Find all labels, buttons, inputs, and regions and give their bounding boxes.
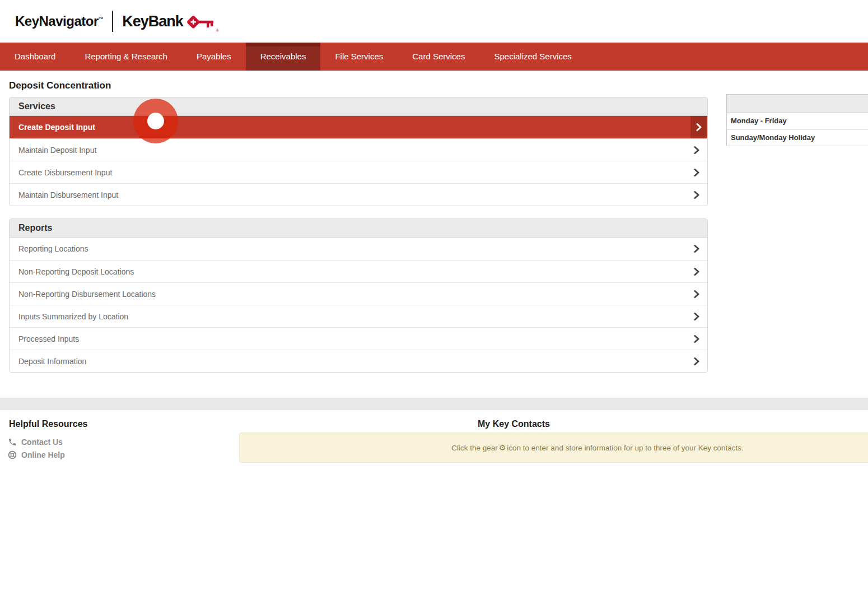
schedule-table: Monday - FridaySunday/Monday Holiday [726,94,868,146]
list-item-inputs-summarized-by-location[interactable]: Inputs Summarized by Location [10,305,707,327]
schedule-table-body: Monday - FridaySunday/Monday Holiday [727,113,868,146]
chevron-right-container [694,268,699,276]
list-item-label: Create Deposit Input [18,123,95,132]
chevron-right-icon [694,268,699,276]
list-item-create-deposit-input[interactable]: Create Deposit Input [10,116,707,138]
schedule-table-header [727,95,868,113]
gear-icon: ⚙ [498,443,507,452]
registered-symbol: ® [216,29,219,32]
app-header: KeyNavigator™ KeyBank ® [0,0,868,43]
list-item-label: Maintain Deposit Input [18,146,96,155]
chevron-right-container [694,191,699,199]
schedule-row-monday-friday: Monday - Friday [727,113,868,129]
chevron-right-icon [694,335,699,343]
footer-link-label: Online Help [21,450,65,459]
footer-links: Contact UsOnline Help [8,438,65,459]
chevron-right-container [694,146,699,154]
list-item-label: Non-Reporting Disbursement Locations [18,290,156,299]
life-ring-icon [8,450,17,459]
list-item-non-reporting-deposit-locations[interactable]: Non-Reporting Deposit Locations [10,260,707,282]
nav-tab-dashboard[interactable]: Dashboard [0,43,70,71]
services-panel: ServicesCreate Deposit InputMaintain Dep… [9,97,708,206]
list-item-label: Maintain Disbursement Input [18,190,118,199]
list-item-create-disbursement-input[interactable]: Create Disbursement Input [10,161,707,183]
reports-panel: ReportsReporting LocationsNon-Reporting … [9,219,708,373]
chevron-right-container [690,116,707,138]
keynavigator-logo: KeyNavigator™ [15,13,103,29]
chevron-right-icon [694,191,699,199]
note-text-after: icon to enter and store information for … [507,444,743,452]
brand-product-text: KeyNavigator [15,13,99,29]
chevron-right-icon [694,169,699,176]
footer-divider [0,398,868,410]
helpful-resources-title: Helpful Resources [9,419,87,429]
list-item-label: Non-Reporting Deposit Locations [18,267,134,276]
footer-link-label: Contact Us [21,438,63,447]
list-item-label: Deposit Information [18,357,86,366]
nav-tab-receivables[interactable]: Receivables [246,43,321,71]
chevron-right-icon [694,146,699,154]
list-item-label: Reporting Locations [18,244,88,253]
footer-link-online-help[interactable]: Online Help [8,450,65,459]
chevron-right-container [694,313,699,320]
list-item-maintain-disbursement-input[interactable]: Maintain Disbursement Input [10,183,707,206]
nav-tab-card-services[interactable]: Card Services [398,43,479,71]
my-key-contacts-title: My Key Contacts [478,419,550,429]
chevron-right-container [694,169,699,176]
nav-tab-file-services[interactable]: File Services [320,43,398,71]
schedule-row-sunday-monday-holiday: Sunday/Monday Holiday [727,129,868,146]
list-item-label: Create Disbursement Input [18,168,112,177]
list-item-processed-inputs[interactable]: Processed Inputs [10,327,707,350]
trademark-symbol: ™ [99,16,104,22]
footer-body: Helpful Resources Contact UsOnline Help … [0,410,868,483]
chevron-right-icon [694,245,699,253]
brand-divider [112,11,113,32]
list-item-deposit-information[interactable]: Deposit Information [10,350,707,372]
chevron-right-container [694,245,699,253]
nav-tab-payables[interactable]: Payables [182,43,246,71]
chevron-right-icon [694,313,699,320]
reports-panel-title: Reports [10,219,707,238]
list-item-label: Processed Inputs [18,334,79,343]
keybank-logo-text: KeyBank [122,13,183,30]
chevron-right-container [694,290,699,298]
chevron-right-container [694,357,699,365]
footer-section: Helpful Resources Contact UsOnline Help … [0,398,868,483]
main-navbar: DashboardReporting & ResearchPayablesRec… [0,43,868,71]
phone-icon [8,438,17,447]
footer-link-contact-us[interactable]: Contact Us [8,438,65,447]
key-contacts-note: Click the gear ⚙ icon to enter and store… [239,433,868,463]
chevron-right-container [694,335,699,343]
list-item-maintain-deposit-input[interactable]: Maintain Deposit Input [10,138,707,161]
list-item-non-reporting-disbursement-locations[interactable]: Non-Reporting Disbursement Locations [10,282,707,305]
note-text-before: Click the gear [451,444,498,452]
nav-tab-specialized-services[interactable]: Specialized Services [479,43,586,71]
page-title: Deposit Concentration [9,80,868,91]
nav-tab-reporting-research[interactable]: Reporting & Research [70,43,182,71]
list-item-label: Inputs Summarized by Location [18,312,128,321]
list-item-reporting-locations[interactable]: Reporting Locations [10,238,707,260]
keybank-key-icon [187,14,216,31]
services-panel-title: Services [10,97,707,116]
chevron-right-icon [694,290,699,298]
chevron-right-icon [696,123,702,131]
chevron-right-icon [694,357,699,365]
